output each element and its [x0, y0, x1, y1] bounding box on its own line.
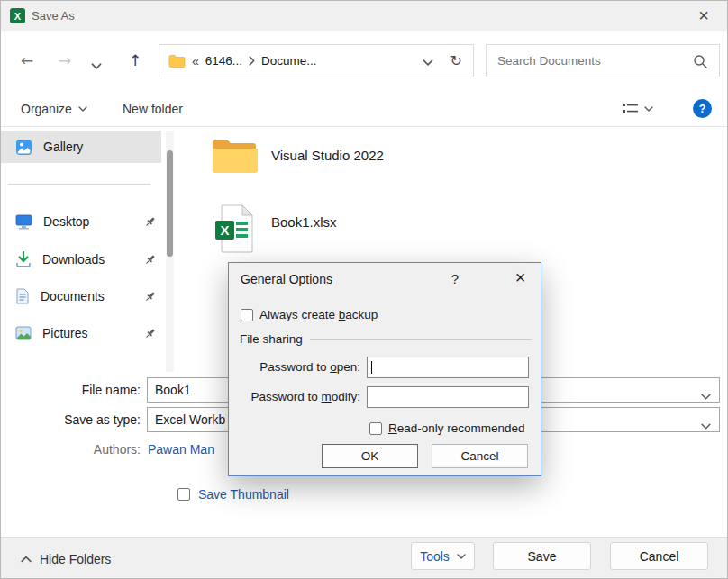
- pin-icon[interactable]: [144, 328, 156, 339]
- file-name-text: Visual Studio 2022: [271, 148, 384, 163]
- sidebar-item-label: Pictures: [42, 326, 133, 340]
- dialog-close-glyph: ×: [515, 267, 526, 288]
- recent-locations-chevron-icon[interactable]: [91, 58, 102, 72]
- password-modify-field: [367, 386, 529, 408]
- breadcrumb-segment-2[interactable]: Docume...: [261, 54, 317, 68]
- dialog-close-icon[interactable]: ×: [499, 263, 541, 292]
- sidebar-item-label: Documents: [41, 289, 133, 303]
- scrollbar-thumb[interactable]: [167, 150, 173, 257]
- view-options-chevron-icon: [644, 106, 653, 112]
- sidebar-separator: [8, 184, 150, 185]
- dialog-help-glyph: ?: [451, 271, 459, 286]
- file-name-label: File name:: [37, 383, 141, 397]
- save-as-type-value: Excel Workb: [155, 412, 225, 427]
- dialog-cancel-button[interactable]: Cancel: [432, 444, 528, 468]
- text-caret: [371, 361, 372, 374]
- save-label: Save: [528, 549, 557, 564]
- breadcrumb-segment-1[interactable]: 6146...: [205, 54, 242, 68]
- help-glyph: ?: [699, 103, 706, 115]
- dialog-title: General Options: [241, 272, 332, 286]
- new-folder-button[interactable]: New folder: [123, 91, 183, 126]
- save-as-window: X Save As × ← → ↑ « 6146... Docume... ↻: [0, 0, 728, 579]
- password-open-input[interactable]: [367, 357, 529, 378]
- sidebar-item-label: Downloads: [42, 252, 133, 267]
- sidebar-item-label: Desktop: [43, 214, 133, 229]
- always-backup-label[interactable]: Always create backup: [259, 308, 378, 321]
- excel-file-icon: X: [214, 204, 254, 253]
- tools-dropdown-chevron-icon: [457, 554, 466, 559]
- pin-icon[interactable]: [144, 216, 156, 228]
- breadcrumb-collapsed[interactable]: «: [192, 54, 199, 68]
- svg-text:X: X: [220, 222, 229, 238]
- excel-app-icon: X: [10, 8, 25, 23]
- label-accesskey: o: [330, 360, 337, 374]
- label-part: Password to: [259, 360, 330, 374]
- desktop-icon: [15, 214, 32, 230]
- password-open-label: Password to open:: [236, 360, 360, 374]
- hide-folders-label: Hide Folders: [40, 552, 111, 566]
- titlebar: X Save As ×: [1, 1, 727, 31]
- sidebar-item-downloads[interactable]: Downloads: [1, 244, 163, 275]
- save-thumbnail-label[interactable]: Save Thumbnail: [198, 487, 289, 502]
- search-box: [486, 44, 720, 77]
- search-input[interactable]: [487, 45, 719, 77]
- sidebar-item-desktop[interactable]: Desktop: [1, 206, 163, 237]
- search-icon[interactable]: [693, 54, 708, 69]
- help-icon[interactable]: ?: [693, 99, 712, 118]
- pictures-icon: [15, 326, 32, 340]
- footer: Hide Folders Tools Save Cancel: [1, 537, 728, 579]
- up-button[interactable]: ↑: [122, 47, 149, 74]
- excel-app-icon-letter: X: [14, 11, 21, 22]
- save-thumbnail-checkbox[interactable]: [177, 488, 190, 501]
- pin-icon[interactable]: [144, 254, 156, 266]
- view-options-icon: [623, 103, 638, 114]
- file-item-excel[interactable]: X Book1.xlsx: [204, 201, 483, 255]
- close-icon[interactable]: ×: [686, 1, 722, 31]
- tools-button[interactable]: Tools: [411, 542, 475, 570]
- label-part: pen:: [337, 360, 360, 374]
- dialog-help-icon[interactable]: ?: [441, 265, 469, 292]
- new-folder-label: New folder: [123, 102, 183, 116]
- window-title: Save As: [32, 9, 75, 23]
- read-only-checkbox[interactable]: [369, 422, 382, 435]
- organize-button[interactable]: Organize: [21, 91, 87, 126]
- forward-icon: →: [59, 51, 71, 69]
- authors-label: Authors:: [37, 442, 141, 457]
- documents-icon: [15, 288, 30, 304]
- organize-dropdown-chevron-icon: [78, 106, 87, 112]
- sidebar-scrollbar[interactable]: [166, 131, 174, 372]
- save-as-type-dropdown-chevron-icon[interactable]: [701, 418, 711, 432]
- address-dropdown-chevron-icon[interactable]: [423, 54, 433, 68]
- downloads-icon: [15, 251, 32, 267]
- ok-button[interactable]: OK: [322, 444, 418, 468]
- file-item-folder[interactable]: Visual Studio 2022: [204, 132, 483, 179]
- back-button[interactable]: ←: [14, 47, 41, 74]
- file-name-dropdown-chevron-icon[interactable]: [701, 388, 711, 403]
- always-backup-checkbox[interactable]: [241, 309, 253, 321]
- password-open-field: [367, 357, 529, 378]
- label-accesskey: m: [321, 390, 331, 403]
- authors-value[interactable]: Pawan Man: [148, 442, 214, 457]
- hide-folders-button[interactable]: Hide Folders: [21, 545, 111, 574]
- breadcrumb[interactable]: « 6146... Docume... ↻: [159, 44, 474, 77]
- password-modify-label: Password to modify:: [236, 390, 360, 403]
- close-glyph: ×: [698, 5, 709, 26]
- dialog-cancel-label: Cancel: [460, 449, 498, 463]
- sidebar-item-documents[interactable]: Documents: [1, 281, 163, 312]
- tools-label: Tools: [420, 549, 450, 564]
- ok-label: OK: [361, 449, 379, 463]
- refresh-icon[interactable]: ↻: [450, 52, 462, 69]
- read-only-label[interactable]: Read-only recommended: [388, 421, 525, 435]
- cancel-button[interactable]: Cancel: [610, 542, 708, 570]
- pin-icon[interactable]: [144, 291, 156, 303]
- gallery-icon: [15, 139, 32, 156]
- forward-button[interactable]: →: [51, 47, 78, 74]
- sidebar-item-label: Gallery: [43, 140, 83, 154]
- password-modify-input[interactable]: [367, 386, 529, 408]
- folder-icon: [168, 54, 186, 68]
- sidebar-item-pictures[interactable]: Pictures: [1, 318, 163, 348]
- save-button[interactable]: Save: [493, 542, 591, 570]
- view-options-button[interactable]: [623, 91, 653, 126]
- hide-folders-chevron-icon: [21, 556, 32, 563]
- sidebar-item-gallery[interactable]: Gallery: [1, 131, 161, 163]
